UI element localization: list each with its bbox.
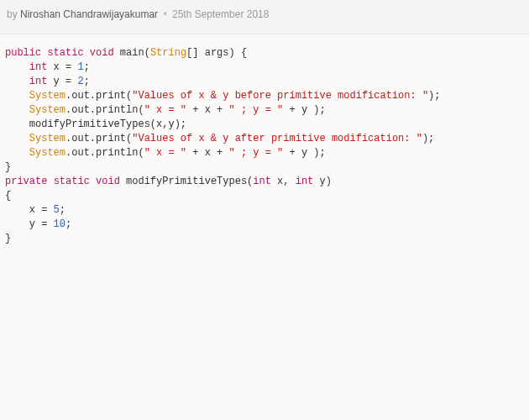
num-5: 5 xyxy=(54,204,60,216)
fn-modify: modifyPrimitiveTypes( xyxy=(120,176,253,187)
kw-int: int xyxy=(29,76,48,87)
semi: ; xyxy=(60,204,65,216)
type-system: System xyxy=(29,104,65,116)
str-y-eq: " ; y = " xyxy=(229,147,284,159)
kw-int: int xyxy=(253,176,271,187)
assign-x: x = xyxy=(5,204,54,216)
semi: ; xyxy=(84,76,90,87)
kw-void: void xyxy=(96,176,120,187)
call-println: .out.println( xyxy=(65,104,144,116)
kw-static: static xyxy=(54,176,90,187)
str-x-eq: " x = " xyxy=(144,147,186,159)
kw-int: int xyxy=(29,61,48,73)
indent xyxy=(5,76,29,87)
var-y-decl: y = xyxy=(47,76,77,87)
str-x-eq: " x = " xyxy=(144,104,186,116)
by-prefix: by xyxy=(7,8,20,20)
kw-private: private xyxy=(5,176,47,187)
str-after: "Values of x & y after primitive modific… xyxy=(132,133,422,144)
call-print: .out.print( xyxy=(65,90,132,102)
call-end: ); xyxy=(422,133,434,144)
var-x-decl: x = xyxy=(47,61,77,73)
call-println: .out.println( xyxy=(65,147,144,159)
kw-static: static xyxy=(47,47,83,59)
str-before: "Values of x & y before primitive modifi… xyxy=(132,90,428,102)
publish-date: 25th September 2018 xyxy=(172,8,269,20)
kw-int: int xyxy=(296,176,314,187)
type-string: String xyxy=(150,47,186,59)
param-x: x, xyxy=(271,176,296,187)
brace-close: } xyxy=(5,233,11,244)
str-y-eq: " ; y = " xyxy=(229,104,284,116)
concat-end: + y ); xyxy=(283,104,325,116)
sig-rest: [] args) { xyxy=(186,47,247,59)
indent xyxy=(5,147,29,159)
type-system: System xyxy=(29,147,65,159)
fn-main: main( xyxy=(114,47,150,59)
indent xyxy=(5,90,29,102)
type-system: System xyxy=(29,133,65,144)
kw-void: void xyxy=(90,47,114,59)
call-print: .out.print( xyxy=(65,133,132,144)
kw-public: public xyxy=(5,47,41,59)
semi: ; xyxy=(84,61,90,73)
num-10: 10 xyxy=(54,218,65,230)
byline-header: by Niroshan Chandrawijayakumar • 25th Se… xyxy=(0,0,529,34)
code-block: public static void main(String[] args) {… xyxy=(0,34,529,258)
indent xyxy=(5,133,29,144)
author-name: Niroshan Chandrawijayakumar xyxy=(20,8,158,20)
num-2: 2 xyxy=(77,76,83,87)
brace-open: { xyxy=(5,190,11,202)
brace-close: } xyxy=(5,161,11,173)
call-modify: modifyPrimitiveTypes(x,y); xyxy=(5,118,186,130)
concat: + x + xyxy=(186,104,228,116)
indent xyxy=(5,61,29,73)
num-1: 1 xyxy=(77,61,83,73)
type-system: System xyxy=(29,90,65,102)
concat-end: + y ); xyxy=(283,147,325,159)
param-y: y) xyxy=(313,176,332,187)
assign-y: y = xyxy=(5,218,54,230)
bullet-separator: • xyxy=(163,8,166,20)
semi: ; xyxy=(65,218,71,230)
indent xyxy=(5,104,29,116)
concat: + x + xyxy=(186,147,228,159)
call-end: ); xyxy=(428,90,440,102)
